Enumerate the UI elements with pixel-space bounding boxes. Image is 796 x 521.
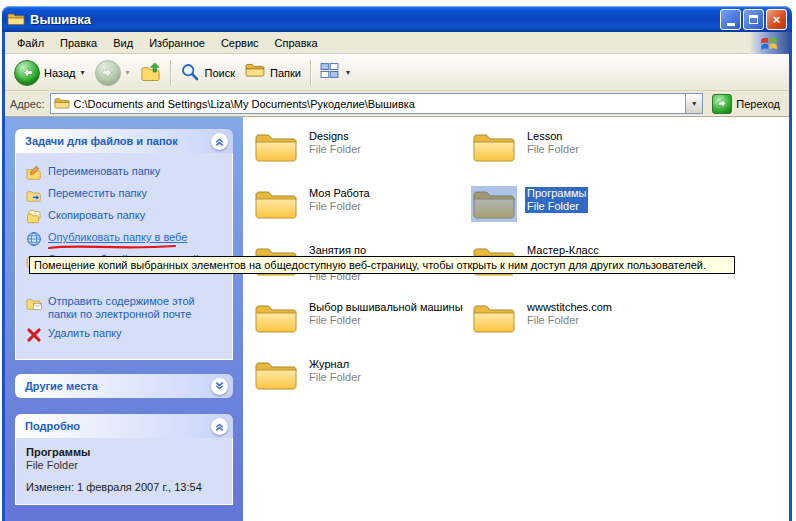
go-arrow-icon — [712, 94, 732, 114]
task-copy-folder[interactable]: Скопировать папку — [26, 209, 228, 225]
delete-icon — [26, 327, 42, 343]
file-name: Выбор вышивальной машины — [307, 301, 465, 314]
file-name: wwwstitches.com — [525, 301, 614, 314]
other-places-title: Другие места — [25, 380, 98, 392]
address-label: Адрес: — [10, 98, 45, 110]
folder-tile-vybor-mashiny[interactable]: Выбор вышивальной машиныFile Folder — [253, 300, 471, 357]
details-modified-date: Изменен: 1 февраля 2007 г., 13:54 — [26, 481, 226, 494]
details-panel-title: Подробно — [25, 420, 80, 432]
menu-view[interactable]: Вид — [105, 34, 141, 52]
folder-tile-zhurnal[interactable]: ЖурналFile Folder — [253, 357, 471, 414]
task-label: Переместить папку — [48, 187, 147, 200]
explorer-window: Вышивка × Файл Правка Вид Избранное Серв… — [2, 6, 792, 521]
file-folder-tasks-panel: Задачи для файлов и папок Переименовать … — [15, 129, 233, 360]
toolbar-separator — [170, 60, 171, 86]
back-dropdown-icon[interactable]: ▾ — [81, 68, 85, 77]
views-dropdown-icon[interactable]: ▾ — [346, 68, 350, 77]
client-area: Задачи для файлов и папок Переименовать … — [5, 117, 789, 521]
folder-icon — [253, 300, 299, 336]
forward-dropdown-icon: ▾ — [126, 68, 130, 77]
folder-tile-programmy-selected[interactable]: ПрограммыFile Folder — [471, 186, 689, 243]
menu-help[interactable]: Справка — [267, 34, 326, 52]
task-move-folder[interactable]: Переместить папку — [26, 187, 228, 203]
back-button[interactable]: Назад ▾ — [9, 57, 90, 89]
chevron-down-icon[interactable] — [211, 378, 228, 395]
menu-tools[interactable]: Сервис — [213, 34, 267, 52]
task-pane-sidebar: Задачи для файлов и папок Переименовать … — [5, 117, 243, 521]
maximize-button[interactable] — [743, 9, 764, 30]
task-label: Отправить содержимое этой папки по элект… — [48, 295, 200, 321]
folders-button[interactable]: Папки — [240, 59, 306, 86]
file-name: Журнал — [307, 358, 363, 371]
address-dropdown-button[interactable]: ▾ — [685, 94, 702, 113]
window-controls: × — [720, 9, 787, 30]
task-delete-folder[interactable]: Удалить папку — [26, 327, 228, 343]
title-bar[interactable]: Вышивка × — [2, 6, 792, 32]
task-label: Переименовать папку — [48, 165, 160, 178]
red-underline-annotation — [46, 243, 178, 251]
folder-up-icon — [140, 62, 161, 83]
details-file-name: Программы — [26, 446, 226, 459]
forward-arrow-icon — [95, 60, 121, 86]
address-input[interactable]: C:\Documents and Settings\Liza\My Docume… — [50, 93, 704, 114]
folder-tile-wwwstitches[interactable]: wwwstitches.comFile Folder — [471, 300, 689, 357]
file-list: DesignsFile Folder LessonFile Folder Моя… — [243, 117, 789, 521]
task-label: Скопировать папку — [48, 209, 145, 222]
folder-tile-lesson[interactable]: LessonFile Folder — [471, 129, 689, 186]
address-bar: Адрес: C:\Documents and Settings\Liza\My… — [5, 91, 789, 117]
window-title: Вышивка — [30, 12, 715, 27]
task-rename-folder[interactable]: Переименовать папку — [26, 165, 228, 181]
forward-button[interactable]: ▾ — [90, 57, 135, 89]
task-publish-folder-web[interactable]: Опубликовать папку в вебе — [26, 231, 228, 247]
toolbar: Назад ▾ ▾ Поиск Папки ▾ — [5, 54, 789, 91]
folder-icon — [253, 186, 299, 222]
publish-web-icon — [26, 231, 42, 247]
minimize-button[interactable] — [720, 9, 741, 30]
details-panel-header[interactable]: Подробно — [15, 414, 233, 438]
file-type: File Folder — [525, 314, 614, 327]
chevron-up-icon[interactable] — [211, 133, 228, 150]
folder-tile-moya-rabota[interactable]: Моя РаботаFile Folder — [253, 186, 471, 243]
tooltip: Помещение копий выбранных элементов на о… — [29, 256, 735, 274]
details-panel: Подробно Программы File Folder Изменен: … — [15, 414, 233, 505]
views-grid-icon — [320, 62, 341, 83]
file-name: Designs — [307, 130, 363, 143]
go-button[interactable]: Переход — [708, 94, 784, 114]
folder-icon — [471, 300, 517, 336]
folder-icon-selected — [471, 186, 517, 222]
windows-flag-icon — [749, 32, 789, 54]
other-places-header[interactable]: Другие места — [15, 374, 233, 398]
file-type: File Folder — [525, 200, 588, 213]
minimize-icon — [727, 23, 735, 26]
back-label: Назад — [44, 67, 76, 79]
folders-label: Папки — [270, 67, 301, 79]
menu-edit[interactable]: Правка — [52, 34, 105, 52]
file-type: File Folder — [307, 371, 363, 384]
file-name: Моя Работа — [307, 187, 372, 200]
menu-file[interactable]: Файл — [9, 34, 52, 52]
file-type: File Folder — [307, 143, 363, 156]
go-label: Переход — [736, 98, 780, 110]
copy-folder-icon — [26, 209, 42, 225]
other-places-panel: Другие места — [15, 374, 233, 398]
tasks-panel-header[interactable]: Задачи для файлов и папок — [15, 129, 233, 153]
search-button[interactable]: Поиск — [175, 59, 240, 86]
move-folder-icon — [26, 187, 42, 203]
file-type: File Folder — [307, 314, 465, 327]
file-name: Программы — [525, 187, 588, 200]
file-type: File Folder — [307, 200, 372, 213]
address-value: C:\Documents and Settings\Liza\My Docume… — [74, 98, 682, 110]
file-name: Lesson — [525, 130, 581, 143]
menu-bar: Файл Правка Вид Избранное Сервис Справка — [5, 32, 789, 54]
toolbar-separator — [310, 60, 311, 86]
up-button[interactable] — [135, 59, 166, 86]
email-icon — [26, 295, 42, 311]
task-email-folder[interactable]: Отправить содержимое этой папки по элект… — [26, 295, 228, 321]
folder-tile-designs[interactable]: DesignsFile Folder — [253, 129, 471, 186]
tasks-panel-title: Задачи для файлов и папок — [25, 135, 178, 147]
close-button[interactable]: × — [766, 9, 787, 30]
menu-favorites[interactable]: Избранное — [141, 34, 213, 52]
views-button[interactable]: ▾ — [315, 59, 355, 86]
folder-icon — [471, 129, 517, 165]
chevron-up-icon[interactable] — [211, 418, 228, 435]
